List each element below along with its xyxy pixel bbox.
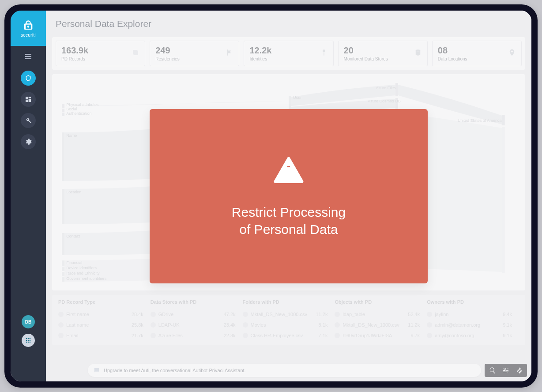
owner-icon — [427, 333, 432, 338]
col-header[interactable]: PD Record Type — [58, 299, 128, 305]
search-icon[interactable] — [489, 367, 496, 374]
svg-point-0 — [26, 338, 27, 339]
stat-label: Residencies — [155, 57, 179, 61]
table-row[interactable]: Email21.7k Azure Files22.3k Class HR-Emp… — [58, 330, 519, 341]
menu-toggle-button[interactable] — [11, 49, 46, 64]
svg-rect-20 — [62, 272, 64, 276]
hammer-icon[interactable] — [516, 367, 523, 374]
nav-dashboard-button[interactable] — [21, 92, 36, 107]
table-header: PD Record Type Data Stores with PD Folde… — [58, 299, 519, 309]
auti-text: Upgrade to meet Auti, the conversational… — [104, 368, 246, 373]
stats-row: 163.9kPD Records 249Residencies 12.2kIde… — [52, 37, 525, 70]
tag-icon — [58, 312, 64, 317]
location-pin-icon — [508, 49, 516, 58]
table-row[interactable]: First name28.4k GDrive47.2k Mktall_DS_Ne… — [58, 309, 519, 320]
svg-text:Social: Social — [66, 107, 77, 111]
app-screen: securiti DB — [11, 11, 531, 381]
col-header[interactable]: Folders with PD — [243, 299, 313, 305]
hamburger-icon — [25, 54, 31, 59]
sidebar-footer: DB — [11, 315, 46, 347]
footer-tools — [485, 364, 527, 377]
folder-icon — [243, 312, 248, 317]
nav-icon-group — [21, 71, 36, 149]
svg-point-4 — [28, 340, 29, 341]
user-avatar[interactable]: DB — [22, 315, 35, 328]
stat-card-locations[interactable]: 08Data Locations — [432, 41, 522, 66]
stat-value: 12.2k — [249, 45, 271, 56]
table-row[interactable]: Last name25.8k LDAP-UK23.4k Movies8.1k M… — [58, 320, 519, 330]
restrict-processing-modal[interactable]: Restrict Processing of Personal Data — [150, 109, 428, 283]
svg-text:Location: Location — [66, 190, 81, 194]
svg-text:Race and Ethnicity: Race and Ethnicity — [66, 271, 100, 275]
apps-icon — [25, 337, 32, 344]
svg-text:Azure Files: Azure Files — [376, 86, 396, 90]
svg-text:Financial: Financial — [66, 260, 82, 265]
securiti-logo-icon — [22, 19, 34, 32]
cloud-icon — [151, 322, 156, 328]
cloud-icon — [151, 333, 156, 338]
tag-icon — [58, 322, 64, 328]
svg-rect-27 — [502, 127, 505, 273]
modal-line-1: Restrict Processing — [232, 204, 346, 221]
brand-name: securiti — [21, 33, 36, 38]
explorer-icon — [25, 75, 32, 82]
svg-rect-12 — [62, 104, 64, 108]
svg-rect-17 — [62, 233, 64, 255]
nav-settings-button[interactable] — [21, 134, 36, 149]
stat-card-data-stores[interactable]: 20Monitored Data Stores — [338, 41, 428, 66]
stat-card-pd-records[interactable]: 163.9kPD Records — [56, 41, 145, 66]
svg-rect-26 — [502, 115, 505, 125]
dashboard-icon — [25, 96, 32, 103]
owner-icon — [427, 312, 432, 317]
svg-point-6 — [26, 342, 27, 343]
stat-value: 08 — [438, 45, 467, 56]
nav-explorer-button[interactable] — [21, 71, 36, 86]
svg-rect-14 — [62, 113, 64, 116]
sidebar: securiti DB — [11, 11, 46, 381]
svg-rect-13 — [62, 109, 64, 112]
svg-rect-21 — [62, 277, 64, 282]
stat-label: Identities — [249, 57, 271, 61]
chat-icon — [93, 367, 100, 374]
svg-text:Physical attributes: Physical attributes — [66, 102, 99, 107]
stat-card-identities[interactable]: 12.2kIdentities — [244, 41, 333, 66]
identity-icon — [320, 49, 328, 58]
database-icon — [414, 49, 422, 58]
svg-text:Contact: Contact — [66, 234, 80, 238]
nav-tools-button[interactable] — [21, 113, 36, 128]
svg-point-8 — [30, 342, 31, 343]
footer-bar: Upgrade to meet Auti, the conversational… — [88, 364, 527, 377]
gear-icon — [25, 138, 32, 145]
svg-text:Azure Cosmos DB: Azure Cosmos DB — [368, 99, 400, 103]
wrench-icon — [25, 117, 32, 124]
col-header[interactable]: Objects with PD — [335, 299, 405, 305]
apps-button[interactable] — [22, 334, 35, 347]
sliders-icon[interactable] — [502, 367, 509, 374]
svg-point-9 — [323, 49, 325, 52]
tablet-frame: securiti DB — [4, 4, 538, 388]
folder-icon — [243, 322, 248, 328]
object-icon — [335, 312, 340, 317]
svg-rect-19 — [62, 267, 64, 271]
svg-text:Device identifiers: Device identifiers — [66, 266, 97, 270]
stat-value: 163.9k — [61, 45, 88, 56]
auti-upgrade-bubble[interactable]: Upgrade to meet Auti, the conversational… — [88, 364, 481, 377]
svg-text:Government identifiers: Government identifiers — [66, 276, 107, 281]
tag-icon — [58, 333, 64, 338]
stat-label: Monitored Data Stores — [344, 57, 388, 61]
svg-point-7 — [28, 342, 29, 343]
page-header: Personal Data Explorer — [46, 11, 531, 37]
stat-card-residencies[interactable]: 249Residencies — [150, 41, 239, 66]
col-header[interactable]: Owners with PD — [427, 299, 497, 305]
svg-point-2 — [30, 338, 31, 339]
svg-text:Authentication: Authentication — [66, 111, 91, 116]
owner-icon — [427, 322, 432, 328]
object-icon — [335, 322, 340, 328]
flag-icon — [226, 49, 233, 58]
svg-point-3 — [26, 340, 27, 341]
col-header[interactable]: Data Stores with PD — [151, 299, 221, 305]
brand-logo[interactable]: securiti — [11, 11, 46, 46]
stat-value: 20 — [344, 45, 388, 56]
svg-point-5 — [30, 340, 31, 341]
object-icon — [335, 333, 340, 338]
